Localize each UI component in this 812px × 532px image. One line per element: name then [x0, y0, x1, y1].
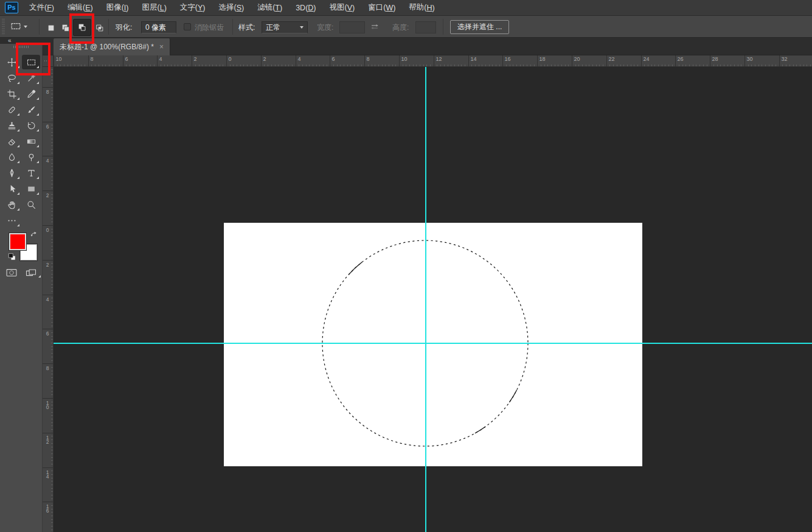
- canvas-area[interactable]: [54, 67, 812, 532]
- style-dropdown[interactable]: 正常: [262, 21, 308, 33]
- svg-text:8: 8: [91, 56, 94, 62]
- anti-alias-checkbox[interactable]: [184, 23, 191, 30]
- document-tab[interactable]: 未标题-1 @ 100%(RGB/8#) * ×: [54, 38, 170, 55]
- path-selection-tool[interactable]: [2, 181, 21, 196]
- svg-text:26: 26: [678, 56, 684, 62]
- svg-text:6: 6: [46, 124, 49, 130]
- blur-tool[interactable]: [2, 150, 21, 164]
- svg-text:8: 8: [367, 56, 370, 62]
- type-tool[interactable]: [22, 166, 40, 180]
- swap-colors-icon[interactable]: [28, 231, 39, 240]
- tool-panel-header[interactable]: «: [0, 38, 43, 44]
- new-selection-button[interactable]: [44, 21, 58, 35]
- vertical-guide[interactable]: [425, 67, 426, 532]
- eyedropper-tool[interactable]: [22, 86, 40, 101]
- collapse-panel-icon[interactable]: «: [8, 37, 12, 44]
- tool-preset-picker[interactable]: [9, 20, 36, 33]
- width-label: 宽度:: [317, 23, 333, 33]
- menu-item-window[interactable]: 窗口(W): [361, 0, 402, 15]
- menu-item-help[interactable]: 帮助(H): [402, 0, 441, 15]
- svg-text:16: 16: [505, 56, 511, 62]
- menu-item-image[interactable]: 图像(I): [100, 0, 136, 15]
- svg-text:2: 2: [263, 56, 266, 62]
- photoshop-logo[interactable]: Ps: [5, 2, 18, 13]
- edit-toolbar-button[interactable]: [2, 213, 21, 228]
- separator: [39, 19, 40, 35]
- hand-tool[interactable]: [2, 197, 21, 212]
- rectangular-marquee-icon: [10, 21, 21, 33]
- intersect-selection-button[interactable]: [92, 21, 107, 35]
- menu-item-edit[interactable]: 编辑(E): [61, 0, 100, 15]
- svg-text:12: 12: [436, 56, 442, 62]
- tool-buttons: [2, 54, 41, 228]
- dodge-tool[interactable]: [22, 150, 40, 164]
- menu-item-3d[interactable]: 3D(D): [289, 0, 322, 15]
- height-input: [415, 21, 436, 33]
- foreground-color-swatch[interactable]: [9, 233, 26, 250]
- options-bar-grip[interactable]: [2, 19, 5, 35]
- menu-item-view[interactable]: 视图(V): [323, 0, 362, 15]
- options-bar: 羽化: 0 像素 消除锯齿 样式: 正常 宽度: 高度: 选择并遮住 ...: [0, 16, 812, 38]
- svg-text:4: 4: [159, 56, 162, 62]
- brush-tool[interactable]: [22, 102, 40, 117]
- lasso-tool[interactable]: [2, 71, 21, 85]
- eraser-tool[interactable]: [2, 134, 21, 149]
- menu-item-select[interactable]: 选择(S): [212, 0, 251, 15]
- quick-selection-tool[interactable]: [22, 71, 40, 85]
- svg-text:2: 2: [194, 56, 197, 62]
- menu-item-type[interactable]: 文字(Y): [173, 0, 212, 15]
- svg-text:10: 10: [56, 56, 62, 62]
- style-value: 正常: [266, 23, 280, 33]
- rectangular-marquee-tool[interactable]: [22, 55, 40, 69]
- swap-width-height-icon: [369, 21, 381, 33]
- menu-bar: Ps 文件(F)编辑(E)图像(I)图层(L)文字(Y)选择(S)滤镜(T)3D…: [0, 0, 812, 16]
- pen-tool[interactable]: [2, 166, 21, 180]
- history-brush-tool[interactable]: [22, 118, 40, 133]
- menu-item-filter[interactable]: 滤镜(T): [251, 0, 289, 15]
- select-and-mask-button[interactable]: 选择并遮住 ...: [450, 20, 509, 34]
- gradient-tool[interactable]: [22, 134, 40, 149]
- chevron-down-icon: [24, 26, 27, 28]
- clone-stamp-tool[interactable]: [2, 118, 21, 133]
- svg-text:18: 18: [540, 56, 546, 62]
- svg-text:0: 0: [229, 56, 232, 62]
- horizontal-guide[interactable]: [54, 343, 812, 344]
- svg-text:4: 4: [46, 296, 49, 303]
- ruler-corner[interactable]: [43, 55, 54, 67]
- svg-text:6: 6: [46, 331, 49, 337]
- menu-item-file[interactable]: 文件(F): [23, 0, 61, 15]
- add-to-selection-button[interactable]: [58, 21, 73, 35]
- screen-mode-button[interactable]: [25, 267, 41, 278]
- feather-label: 羽化:: [116, 23, 132, 33]
- svg-text:4: 4: [46, 158, 49, 164]
- menu-item-layer[interactable]: 图层(L): [136, 0, 173, 15]
- zoom-tool[interactable]: [22, 197, 40, 212]
- subtract-from-selection-button[interactable]: [73, 19, 91, 36]
- height-label: 高度:: [392, 23, 409, 33]
- document-tab-bar: 未标题-1 @ 100%(RGB/8#) * ×: [43, 38, 812, 55]
- spot-healing-brush-tool[interactable]: [2, 102, 21, 117]
- svg-text:14: 14: [46, 469, 49, 480]
- default-colors-icon[interactable]: [7, 252, 18, 263]
- close-icon[interactable]: ×: [159, 43, 164, 51]
- move-tool[interactable]: [2, 55, 21, 69]
- svg-text:28: 28: [712, 56, 718, 62]
- svg-text:22: 22: [609, 56, 615, 62]
- document-tab-title: 未标题-1 @ 100%(RGB/8#) *: [60, 42, 154, 52]
- chevron-down-icon: [300, 26, 304, 29]
- svg-text:8: 8: [46, 365, 49, 371]
- feather-input[interactable]: 0 像素: [141, 21, 176, 33]
- svg-text:6: 6: [332, 56, 335, 62]
- style-label: 样式:: [238, 23, 255, 33]
- quick-mask-mode-button[interactable]: [5, 267, 21, 278]
- svg-text:6: 6: [125, 56, 128, 62]
- crop-tool[interactable]: [2, 86, 21, 101]
- svg-text:2: 2: [46, 262, 49, 268]
- vertical-ruler[interactable]: 86420246810121416: [43, 67, 54, 532]
- selection-marching-ants: [224, 223, 642, 466]
- svg-text:10: 10: [401, 56, 408, 62]
- panel-grip[interactable]: [13, 46, 29, 48]
- horizontal-ruler[interactable]: 10864202468101214161820222426283032: [54, 55, 812, 67]
- rectangle-tool[interactable]: [22, 181, 40, 196]
- separator: [108, 19, 109, 35]
